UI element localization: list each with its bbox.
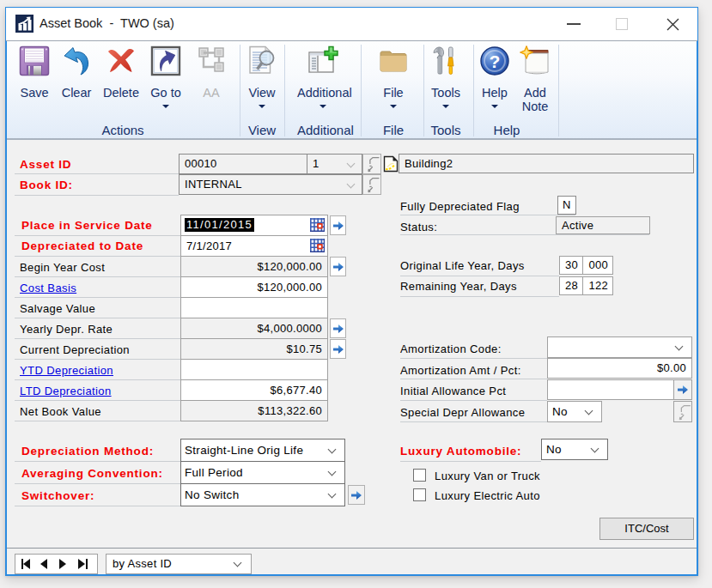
svg-text:?: ? [490, 52, 501, 71]
